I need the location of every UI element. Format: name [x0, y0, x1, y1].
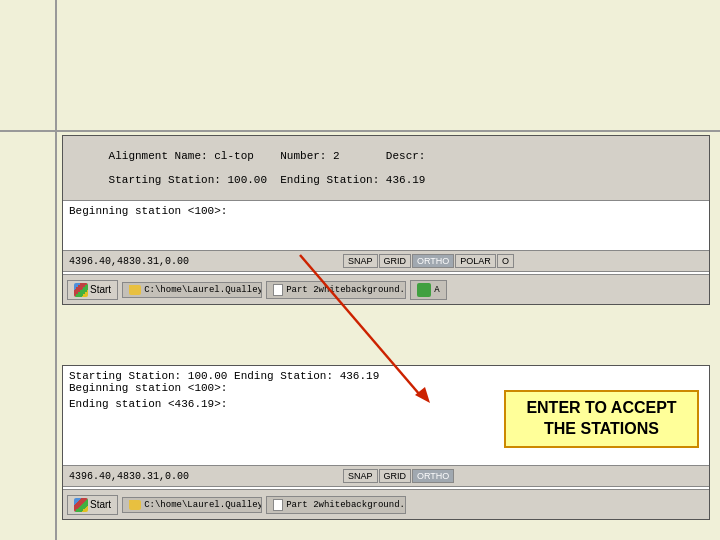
start-label-top: Start — [90, 284, 111, 295]
taskbar-folder-top[interactable]: C:\home\Laurel.Qualley\... — [122, 282, 262, 298]
folder-icon-top — [129, 285, 141, 295]
start-button-bottom[interactable]: Start — [67, 495, 118, 515]
snap-button-top[interactable]: SNAP — [343, 254, 378, 268]
ortho-button-top[interactable]: ORTHO — [412, 254, 454, 268]
command-prompt-top: Beginning station <100>: — [63, 201, 709, 225]
page-container: Alignment Name: cl-top Number: 2 Descr: … — [0, 0, 720, 540]
taskbar-folder-label-top: C:\home\Laurel.Qualley\... — [144, 285, 262, 295]
taskbar-extra-top[interactable]: A — [410, 280, 446, 300]
tooltip-line1: ENTER TO ACCEPT — [516, 398, 687, 419]
polar-button-top[interactable]: POLAR — [455, 254, 496, 268]
taskbar-file-label-bottom: Part 2whitebackground... — [286, 500, 406, 510]
alignment-info-line1: Alignment Name: cl-top Number: 2 Descr: — [109, 150, 426, 162]
alignment-info: Alignment Name: cl-top Number: 2 Descr: … — [63, 136, 709, 201]
bottom-line1: Starting Station: 100.00 Ending Station:… — [69, 370, 703, 382]
snap-buttons-top: SNAP GRID ORTHO POLAR O — [343, 254, 515, 268]
taskbar-folder-bottom[interactable]: C:\home\Laurel.Qualley\... — [122, 497, 262, 513]
taskbar-file-label-top: Part 2whitebackground.... — [286, 285, 406, 295]
top-divider-line — [0, 130, 720, 132]
coordinate-bar-top: 4396.40,4830.31,0.00 SNAP GRID ORTHO POL… — [63, 250, 709, 272]
snap-button-bottom[interactable]: SNAP — [343, 469, 378, 483]
grid-button-bottom[interactable]: GRID — [379, 469, 412, 483]
cad-panel-bottom: Starting Station: 100.00 Ending Station:… — [62, 365, 710, 520]
green-icon-top — [417, 283, 431, 297]
accept-tooltip: ENTER TO ACCEPT THE STATIONS — [504, 390, 699, 448]
windows-logo-bottom — [74, 498, 88, 512]
cad-panel-top: Alignment Name: cl-top Number: 2 Descr: … — [62, 135, 710, 305]
taskbar-bottom: Start C:\home\Laurel.Qualley\... Part 2w… — [63, 489, 709, 519]
beginning-station-prompt: Beginning station <100>: — [69, 205, 227, 217]
left-divider-line — [55, 0, 57, 540]
start-label-bottom: Start — [90, 499, 111, 510]
taskbar-extra-label-top: A — [434, 285, 439, 295]
start-button-top[interactable]: Start — [67, 280, 118, 300]
o-button-top[interactable]: O — [497, 254, 514, 268]
taskbar-file-top[interactable]: Part 2whitebackground.... — [266, 281, 406, 299]
windows-logo-top — [74, 283, 88, 297]
snap-buttons-bottom: SNAP GRID ORTHO — [343, 469, 455, 483]
grid-button-top[interactable]: GRID — [379, 254, 412, 268]
coordinates-top: 4396.40,4830.31,0.00 — [63, 256, 263, 267]
coordinate-bar-bottom: 4396.40,4830.31,0.00 SNAP GRID ORTHO ENT… — [63, 465, 709, 487]
ortho-button-bottom[interactable]: ORTHO — [412, 469, 454, 483]
folder-icon-bottom — [129, 500, 141, 510]
taskbar-file-bottom[interactable]: Part 2whitebackground... — [266, 496, 406, 514]
alignment-info-line2: Starting Station: 100.00 Ending Station:… — [109, 174, 426, 186]
taskbar-folder-label-bottom: C:\home\Laurel.Qualley\... — [144, 500, 262, 510]
file-icon-bottom — [273, 499, 283, 511]
taskbar-top: Start C:\home\Laurel.Qualley\... Part 2w… — [63, 274, 709, 304]
tooltip-line2: THE STATIONS — [516, 419, 687, 440]
file-icon-top — [273, 284, 283, 296]
coordinates-bottom: 4396.40,4830.31,0.00 — [63, 471, 263, 482]
